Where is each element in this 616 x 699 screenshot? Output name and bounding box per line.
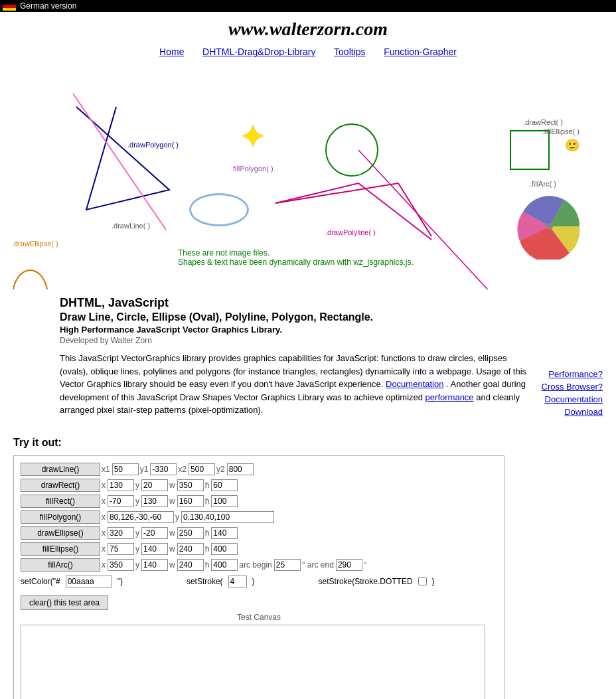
fillellipse-row: fillEllipse() x y w h [21, 542, 497, 556]
drawpolyline-label: .drawPolyline( ) [325, 228, 376, 236]
fillrect-h[interactable] [211, 495, 238, 507]
orange-ellipse [12, 270, 48, 289]
performance-text-link[interactable]: performance [425, 392, 474, 402]
svg-line-0 [73, 94, 166, 230]
pie-container [516, 193, 583, 262]
setstroke-dotted-checkbox[interactable] [418, 577, 427, 585]
fillellipse-h[interactable] [211, 543, 238, 555]
setcolor-prefix: setColor("# [21, 577, 60, 586]
drawrect-box [510, 130, 550, 170]
drawrect-btn[interactable]: drawRect() [21, 479, 100, 492]
content-subtitle: High Performance JavaScript Vector Graph… [60, 325, 531, 335]
fillrect-w[interactable] [177, 495, 204, 507]
x2-input[interactable] [189, 463, 215, 475]
setstroke-input[interactable] [228, 576, 247, 587]
content-desc: This JavaScript VectorGraphics library p… [60, 352, 531, 417]
fillpolygon-label: .fillPolygon( ) [231, 165, 273, 173]
content: DHTML, JavaScript Draw Line, Circle, Ell… [0, 289, 544, 424]
nav-tooltips[interactable]: Tooltips [334, 46, 365, 57]
fillpolygon-x[interactable] [108, 511, 174, 523]
fillarc-h[interactable] [211, 559, 238, 571]
content-tech: DHTML, JavaScript [60, 296, 531, 310]
fillellipse-btn[interactable]: fillEllipse() [21, 542, 100, 556]
nav-dhtml[interactable]: DHTML-Drag&Drop-Library [202, 46, 315, 57]
drawline-label: .drawLine( ) [112, 222, 150, 230]
developed-by: Developed by Walter Zorn [60, 336, 531, 345]
german-version-link[interactable]: German version [20, 1, 76, 11]
drawellipse-x[interactable] [108, 527, 134, 539]
setcolor-suffix: ") [117, 577, 123, 586]
fillpolygon-y[interactable] [181, 511, 274, 523]
drawrect-x[interactable] [108, 479, 134, 491]
setstroke-dotted-close: ) [432, 577, 435, 586]
star-shape: ✦ [239, 120, 267, 153]
drawpolygon-label: .drawPolygon( ) [127, 141, 179, 149]
note-text: These are not image files. Shapes & text… [178, 248, 414, 267]
fillarc-x[interactable] [108, 559, 134, 571]
fillarc-row: fillArc() x y w h arc begin ° arc end ° [21, 558, 497, 572]
fillpolygon-btn[interactable]: fillPolygon() [21, 510, 100, 524]
drawrect-y[interactable] [141, 479, 168, 491]
note-line2: Shapes & text have been dynamically draw… [178, 258, 414, 267]
clear-btn[interactable]: clear() this test area [21, 595, 108, 610]
fillarc-end[interactable] [336, 559, 362, 571]
x1-input[interactable] [112, 463, 139, 475]
fillarc-w[interactable] [177, 559, 204, 571]
drawellipse-w[interactable] [177, 527, 204, 539]
main-nav: Home DHTML-Drag&Drop-Library Tooltips Fu… [0, 42, 616, 64]
setcolor-input[interactable] [66, 576, 112, 587]
blue-ellipse [189, 193, 249, 226]
fillellipse-label: .fillEllipse( ) [542, 127, 579, 135]
fillrect-x[interactable] [108, 495, 134, 507]
green-circle [325, 123, 378, 177]
pie-chart [516, 193, 583, 260]
documentation-link[interactable]: Documentation [542, 394, 603, 404]
sidebar-links: Performance? Cross Browser? Documentatio… [542, 369, 603, 420]
fillellipse-x[interactable] [108, 543, 134, 555]
doc-link[interactable]: Documentation [386, 379, 443, 389]
fillrect-y[interactable] [141, 495, 168, 507]
fillrect-btn[interactable]: fillRect() [21, 495, 100, 508]
y1-label: y1 [140, 465, 149, 474]
fillellipse-w[interactable] [177, 543, 204, 555]
fillarc-begin[interactable] [274, 559, 301, 571]
drawellipse-label: .drawEllipse( ) [12, 240, 58, 248]
y1-input[interactable] [150, 463, 177, 475]
performance-link[interactable]: Performance? [542, 369, 603, 379]
download-link[interactable]: Download [542, 407, 603, 417]
tryout-section: Try it out: drawLine() x1 y1 x2 y2 drawR… [0, 424, 616, 700]
nav-grapher[interactable]: Function-Grapher [384, 46, 457, 57]
demo-table: drawLine() x1 y1 x2 y2 drawRect() x y w … [13, 455, 504, 700]
crossbrowser-link[interactable]: Cross Browser? [542, 382, 603, 392]
drawrect-h[interactable] [211, 479, 238, 491]
setstroke-prefix: setStroke( [187, 577, 223, 586]
test-canvas [21, 625, 485, 700]
german-flag [3, 2, 16, 11]
drawellipse-h[interactable] [211, 527, 238, 539]
fillpolygon-row: fillPolygon() x y [21, 510, 497, 524]
tryout-title: Try it out: [13, 437, 603, 449]
y2-input[interactable] [227, 463, 254, 475]
content-title: Draw Line, Circle, Ellipse (Oval), Polyl… [60, 311, 531, 323]
fillarc-btn[interactable]: fillArc() [21, 558, 100, 572]
drawellipse-y[interactable] [141, 527, 168, 539]
top-bar: German version [0, 0, 616, 12]
svg-point-3 [546, 223, 553, 230]
drawellipse-btn[interactable]: drawEllipse() [21, 526, 100, 540]
drawrect-row: drawRect() x y w h [21, 479, 497, 492]
fillellipse-y[interactable] [141, 543, 168, 555]
demo-area: .drawPolygon( ) .fillPolygon( ) .drawLin… [0, 64, 616, 289]
drawrect-w[interactable] [177, 479, 204, 491]
setstroke-dotted-label: setStroke(Stroke.DOTTED [319, 577, 413, 586]
smiley-icon: 🙂 [565, 138, 579, 153]
x2-label: x2 [178, 465, 187, 474]
drawellipse-row: drawEllipse() x y w h [21, 526, 497, 540]
x1-label: x1 [102, 465, 110, 474]
fillarc-y[interactable] [141, 559, 168, 571]
fillarc-label: .fillArc( ) [530, 180, 556, 188]
setstroke-suffix: ) [252, 577, 255, 586]
canvas-label: Test Canvas [21, 613, 497, 622]
site-title-link[interactable]: www.walterzorn.com [228, 19, 388, 39]
drawline-btn[interactable]: drawLine() [21, 463, 100, 476]
nav-home[interactable]: Home [159, 46, 184, 57]
